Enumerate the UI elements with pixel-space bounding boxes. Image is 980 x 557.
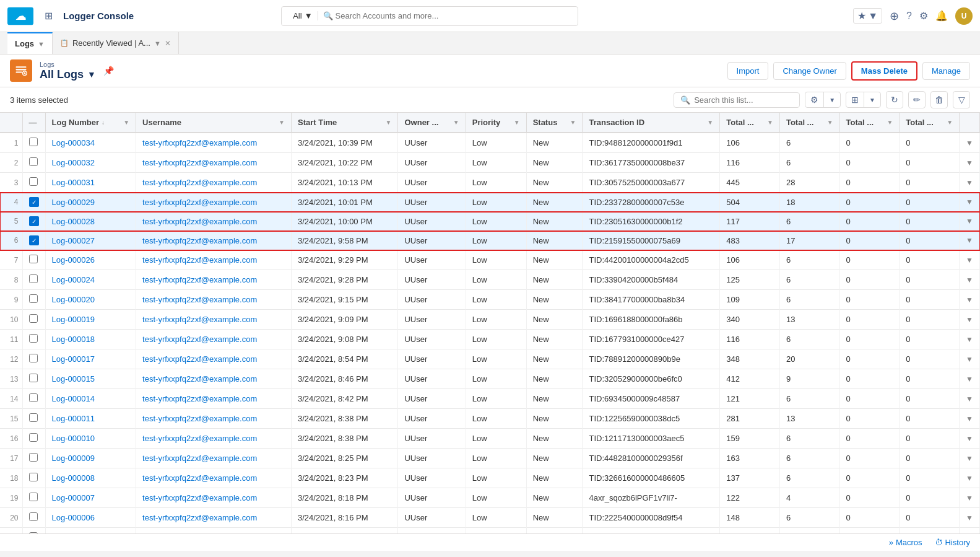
row-checkbox[interactable] [29, 294, 38, 303]
row-checkbox[interactable] [29, 413, 38, 422]
row-expand-cell[interactable]: ▼ [960, 250, 980, 270]
favorites-button[interactable]: ★ ▼ [853, 8, 882, 24]
log-number-cell[interactable]: Log-000014 [45, 389, 136, 409]
title-dropdown-arrow[interactable]: ▼ [87, 69, 96, 79]
username-cell[interactable]: test-yrfxxpfq2zxf@example.com [136, 173, 292, 193]
username-cell[interactable]: test-yrfxxpfq2zxf@example.com [136, 231, 292, 250]
col-chevron-owner[interactable]: ▼ [453, 119, 459, 126]
search-dropdown-arrow[interactable]: ▼ [305, 11, 313, 20]
refresh-button[interactable]: ↻ [886, 91, 903, 108]
log-number-cell[interactable]: Log-000028 [45, 212, 136, 231]
row-expand-cell[interactable]: ▼ [960, 310, 980, 330]
checkbox-cell[interactable] [22, 389, 45, 409]
username-cell[interactable]: test-yrfxxpfq2zxf@example.com [136, 193, 292, 212]
row-expand-cell[interactable]: ▼ [960, 449, 980, 468]
row-checkbox-checked[interactable]: ✓ [29, 197, 39, 207]
username-cell[interactable]: test-yrfxxpfq2zxf@example.com [136, 310, 292, 330]
row-checkbox[interactable] [29, 354, 38, 362]
log-number-cell[interactable]: Log-000015 [45, 369, 136, 389]
row-expand-cell[interactable]: ▼ [960, 290, 980, 310]
checkbox-cell[interactable] [22, 133, 45, 153]
username-cell[interactable]: test-yrfxxpfq2zxf@example.com [136, 270, 292, 290]
username-cell[interactable]: test-yrfxxpfq2zxf@example.com [136, 508, 292, 528]
username-cell[interactable]: test-yrfxxpfq2zxf@example.com [136, 330, 292, 349]
row-expand-cell[interactable]: ▼ [960, 330, 980, 349]
row-checkbox[interactable] [29, 512, 38, 521]
checkbox-cell[interactable] [22, 290, 45, 310]
checkbox-cell[interactable] [22, 173, 45, 193]
pin-icon[interactable]: 📌 [103, 66, 114, 76]
row-expand-cell[interactable]: ▼ [960, 270, 980, 290]
add-icon[interactable]: ⊕ [890, 9, 899, 23]
row-expand-cell[interactable]: ▼ [960, 349, 980, 369]
sort-icon-log-number[interactable]: ↓ [102, 119, 105, 126]
username-cell[interactable]: test-yrfxxpfq2zxf@example.com [136, 212, 292, 231]
row-checkbox[interactable] [29, 374, 38, 382]
mass-delete-button[interactable]: Mass Delete [851, 61, 917, 81]
filter-button[interactable]: ▽ [953, 91, 970, 108]
favorites-dropdown-arrow[interactable]: ▼ [868, 11, 878, 22]
checkbox-cell[interactable] [22, 349, 45, 369]
checkbox-cell[interactable] [22, 153, 45, 173]
row-checkbox[interactable] [29, 177, 38, 186]
checkbox-cell[interactable] [22, 429, 45, 449]
log-number-cell[interactable]: Log-000032 [45, 153, 136, 173]
grid-icon[interactable]: ⊞ [846, 92, 864, 107]
checkbox-cell[interactable] [22, 330, 45, 349]
username-cell[interactable]: test-yrfxxpfq2zxf@example.com [136, 369, 292, 389]
app-grid-icon[interactable]: ⊞ [38, 6, 58, 26]
log-number-cell[interactable]: Log-000011 [45, 409, 136, 429]
col-chevron-total-3[interactable]: ▼ [887, 119, 893, 126]
bucket-button[interactable]: 🗑 [930, 91, 948, 108]
row-expand-cell[interactable]: ▼ [960, 488, 980, 508]
username-cell[interactable]: test-yrfxxpfq2zxf@example.com [136, 250, 292, 270]
log-number-cell[interactable]: Log-000010 [45, 429, 136, 449]
col-chevron-total-4[interactable]: ▼ [947, 119, 953, 126]
username-cell[interactable]: test-yrfxxpfq2zxf@example.com [136, 429, 292, 449]
row-expand-cell[interactable]: ▼ [960, 468, 980, 488]
macros-link[interactable]: » Macros [889, 538, 922, 547]
import-button[interactable]: Import [727, 62, 769, 80]
row-checkbox[interactable] [29, 314, 38, 323]
log-number-cell[interactable]: Log-000027 [45, 231, 136, 250]
notifications-icon[interactable]: 🔔 [935, 10, 948, 22]
row-expand-cell[interactable]: ▼ [960, 173, 980, 193]
manage-button[interactable]: Manage [922, 62, 970, 80]
username-cell[interactable]: test-yrfxxpfq2zxf@example.com [136, 389, 292, 409]
row-expand-cell[interactable]: ▼ [960, 231, 980, 250]
log-number-cell[interactable]: Log-000019 [45, 310, 136, 330]
username-cell[interactable]: test-yrfxxpfq2zxf@example.com [136, 528, 292, 534]
user-avatar[interactable]: U [955, 7, 973, 25]
checkbox-cell[interactable] [22, 369, 45, 389]
row-expand-cell[interactable]: ▼ [960, 389, 980, 409]
row-checkbox[interactable] [29, 493, 38, 501]
log-number-cell[interactable]: Log-000008 [45, 468, 136, 488]
row-checkbox-checked[interactable]: ✓ [29, 216, 39, 226]
log-number-cell[interactable]: Log-000017 [45, 349, 136, 369]
row-checkbox-checked[interactable]: ✓ [29, 235, 39, 245]
deselect-all-icon[interactable]: — [29, 118, 37, 127]
col-chevron-total-2[interactable]: ▼ [827, 119, 833, 126]
log-number-cell[interactable]: Log-000007 [45, 488, 136, 508]
history-link[interactable]: ⏱ History [935, 538, 970, 547]
username-cell[interactable]: test-yrfxxpfq2zxf@example.com [136, 133, 292, 153]
help-icon[interactable]: ? [906, 11, 912, 22]
log-number-cell[interactable]: Log-000018 [45, 330, 136, 349]
username-cell[interactable]: test-yrfxxpfq2zxf@example.com [136, 488, 292, 508]
change-owner-button[interactable]: Change Owner [773, 62, 846, 80]
username-cell[interactable]: test-yrfxxpfq2zxf@example.com [136, 409, 292, 429]
row-expand-cell[interactable]: ▼ [960, 528, 980, 534]
username-cell[interactable]: test-yrfxxpfq2zxf@example.com [136, 153, 292, 173]
row-expand-cell[interactable]: ▼ [960, 212, 980, 231]
checkbox-cell[interactable] [22, 508, 45, 528]
row-checkbox[interactable] [29, 433, 38, 442]
tab-close-button[interactable]: ✕ [165, 39, 171, 48]
checkbox-cell[interactable] [22, 409, 45, 429]
log-number-cell[interactable]: Log-000009 [45, 449, 136, 468]
row-checkbox[interactable] [29, 255, 38, 263]
gear-dropdown-arrow[interactable]: ▼ [824, 94, 840, 106]
list-search-input[interactable] [694, 95, 793, 105]
checkbox-cell[interactable] [22, 310, 45, 330]
tab-recently-viewed-arrow[interactable]: ▼ [154, 40, 161, 47]
tab-logs[interactable]: Logs ▼ [7, 32, 53, 54]
